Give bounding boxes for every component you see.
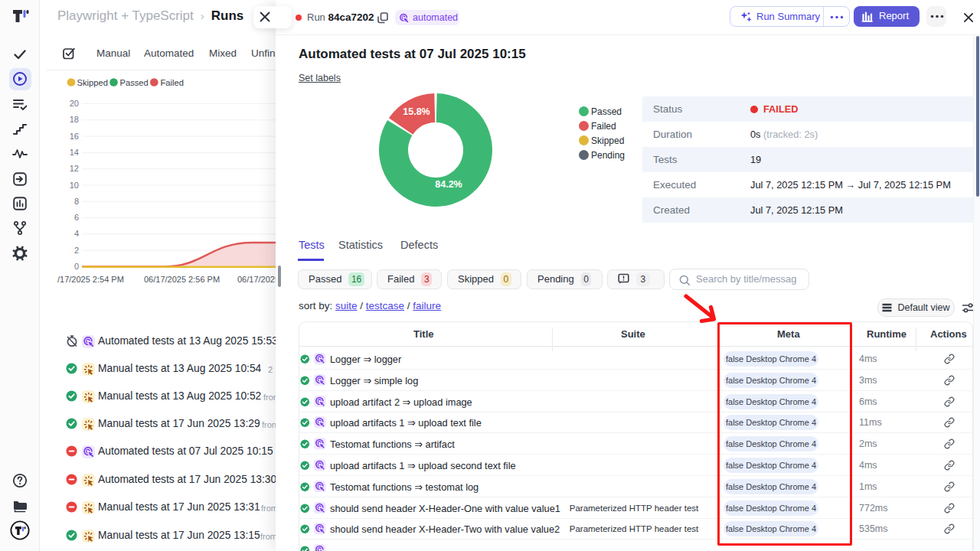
- svg-text:6: 6: [74, 213, 79, 222]
- svg-text:4: 4: [74, 229, 79, 238]
- svg-text:Failed: Failed: [160, 78, 183, 87]
- svg-text:18: 18: [70, 115, 79, 124]
- svg-text:8: 8: [74, 197, 79, 206]
- svg-text:20: 20: [70, 99, 79, 108]
- svg-text:15.8%: 15.8%: [403, 106, 430, 117]
- svg-text:Passed: Passed: [120, 78, 149, 87]
- svg-text:84.2%: 84.2%: [435, 179, 462, 190]
- svg-text:Skipped: Skipped: [77, 78, 108, 87]
- svg-text:0: 0: [74, 262, 79, 271]
- svg-text:/17/2025 2:54 PM: /17/2025 2:54 PM: [57, 275, 124, 284]
- svg-text:12: 12: [70, 164, 79, 173]
- svg-text:06/17/2025: 06/17/2025: [237, 275, 276, 284]
- svg-text:2: 2: [74, 246, 79, 255]
- svg-text:10: 10: [70, 181, 79, 190]
- svg-text:16: 16: [70, 132, 79, 141]
- svg-text:14: 14: [70, 148, 79, 157]
- svg-text:06/17/2025 2:56 PM: 06/17/2025 2:56 PM: [144, 275, 220, 284]
